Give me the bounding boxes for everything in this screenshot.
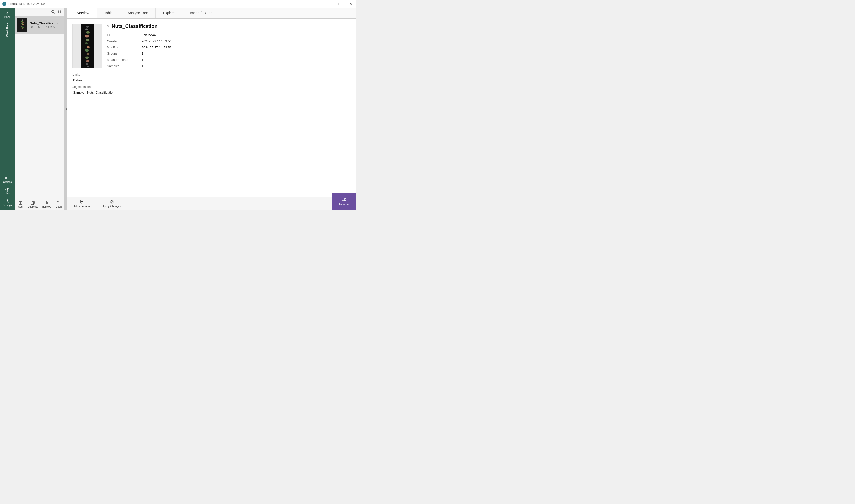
item-name: Nuts_Classification xyxy=(30,21,61,25)
app-title: Prediktera Breeze 2024.1.9 xyxy=(8,2,44,6)
titlebar: P Prediktera Breeze 2024.1.9 ─ □ ✕ xyxy=(0,0,356,8)
created-label: Created xyxy=(107,39,142,43)
bottom-divider xyxy=(96,200,97,208)
tab-overview[interactable]: Overview xyxy=(67,8,97,18)
id-value: 8bb9ce44 xyxy=(142,33,351,37)
minimize-button[interactable]: ─ xyxy=(322,0,334,8)
recorder-label: Recorder xyxy=(338,203,350,206)
tab-explore[interactable]: Explore xyxy=(156,8,182,18)
open-label: Open xyxy=(56,205,61,208)
svg-point-30 xyxy=(86,60,89,62)
close-button[interactable]: ✕ xyxy=(345,0,356,8)
segmentations-section: Segmentations Sample - Nuts_Classificati… xyxy=(67,85,356,97)
limits-title: Limits xyxy=(72,73,351,76)
duplicate-button[interactable]: Duplicate xyxy=(26,200,40,209)
main-bottom-bar: Add comment Apply Changes xyxy=(67,197,356,210)
main-content: Overview Table Analyse Tree Explore Impo… xyxy=(67,8,356,210)
workflow-label: Workflow xyxy=(6,23,9,37)
svg-rect-17 xyxy=(31,202,34,204)
info-panel: ✎ Nuts_Classification ID 8bb9ce44 Create… xyxy=(107,23,351,68)
settings-label: Settings xyxy=(3,204,12,206)
tab-import-export[interactable]: Import / Export xyxy=(182,8,220,18)
duplicate-label: Duplicate xyxy=(28,205,38,208)
tab-analyse-tree[interactable]: Analyse Tree xyxy=(120,8,156,18)
search-button[interactable] xyxy=(51,10,56,14)
svg-point-21 xyxy=(85,29,88,31)
svg-point-9 xyxy=(22,22,24,23)
created-value: 2024-05-27 14:53:56 xyxy=(142,39,351,43)
svg-rect-34 xyxy=(342,198,345,201)
limits-default: Default xyxy=(72,78,351,83)
back-label: Back xyxy=(4,15,11,18)
samples-label: Samples xyxy=(107,64,142,68)
samples-value: 1 xyxy=(142,64,351,68)
add-button[interactable]: Add xyxy=(15,200,26,209)
help-button[interactable]: Help xyxy=(0,186,15,196)
svg-point-32 xyxy=(87,66,89,67)
svg-point-20 xyxy=(86,26,89,28)
svg-point-7 xyxy=(22,20,23,21)
svg-point-24 xyxy=(86,39,89,41)
sidebar-bottom-icons: Options Help Settings xyxy=(0,174,15,210)
dataset-list: Nuts_Classification 2024-05-27 14:53:56 xyxy=(15,16,64,199)
add-comment-button[interactable]: Add comment xyxy=(70,198,94,209)
app-icon: P xyxy=(2,2,6,6)
window-controls: ─ □ ✕ xyxy=(322,0,356,8)
svg-point-15 xyxy=(21,30,23,31)
item-date: 2024-05-27 14:53:56 xyxy=(30,25,61,29)
svg-point-12 xyxy=(21,26,22,27)
maximize-button[interactable]: □ xyxy=(334,0,345,8)
left-panel-toolbar xyxy=(15,8,64,16)
options-label: Options xyxy=(3,181,12,183)
svg-point-27 xyxy=(85,49,89,52)
svg-point-11 xyxy=(21,24,23,25)
help-label: Help xyxy=(5,192,10,195)
svg-point-3 xyxy=(7,201,8,202)
groups-value: 1 xyxy=(142,52,351,55)
item-info: Nuts_Classification 2024-05-27 14:53:56 xyxy=(30,21,61,29)
add-label: Add xyxy=(18,205,22,208)
svg-point-10 xyxy=(21,23,23,24)
segmentation-item: Sample - Nuts_Classification xyxy=(72,90,351,95)
svg-point-26 xyxy=(87,46,90,48)
apply-changes-button[interactable]: Apply Changes xyxy=(99,198,125,209)
limits-section: Limits Default xyxy=(67,73,356,85)
overview-panel: ✎ Nuts_Classification ID 8bb9ce44 Create… xyxy=(67,19,356,197)
id-label: ID xyxy=(107,33,142,37)
app-body: Back Workflow Options Help Settings xyxy=(0,8,356,210)
info-title-area: ✎ Nuts_Classification xyxy=(107,23,351,29)
segmentations-title: Segmentations xyxy=(72,85,351,89)
svg-point-29 xyxy=(85,57,89,59)
svg-point-13 xyxy=(22,27,24,28)
svg-point-8 xyxy=(21,21,22,22)
modified-value: 2024-05-27 14:53:56 xyxy=(142,46,351,49)
back-button[interactable]: Back xyxy=(0,10,15,20)
remove-button[interactable]: Remove xyxy=(40,200,53,209)
workflow-sidebar: Back Workflow Options Help Settings xyxy=(0,8,15,210)
tab-table[interactable]: Table xyxy=(97,8,120,18)
measurements-label: Measurements xyxy=(107,58,142,61)
svg-point-14 xyxy=(21,28,23,29)
groups-label: Groups xyxy=(107,52,142,55)
svg-point-23 xyxy=(85,35,89,38)
svg-point-28 xyxy=(87,53,89,55)
open-button[interactable]: Open xyxy=(53,200,64,209)
add-comment-label: Add comment xyxy=(74,204,91,208)
dataset-image xyxy=(72,23,102,68)
list-item[interactable]: Nuts_Classification 2024-05-27 14:53:56 xyxy=(15,16,64,34)
modified-label: Modified xyxy=(107,46,142,49)
svg-point-2 xyxy=(7,191,8,191)
left-panel: Nuts_Classification 2024-05-27 14:53:56 … xyxy=(15,8,64,210)
edit-icon[interactable]: ✎ xyxy=(107,24,110,28)
collapse-handle[interactable] xyxy=(64,8,67,210)
apply-changes-label: Apply Changes xyxy=(103,204,121,208)
recorder-button[interactable]: Recorder xyxy=(332,193,356,210)
svg-point-31 xyxy=(86,64,88,65)
svg-point-22 xyxy=(86,31,90,34)
sort-button[interactable] xyxy=(57,10,62,14)
dataset-title: Nuts_Classification xyxy=(112,23,158,29)
left-panel-bottom-toolbar: Add Duplicate Remove Open xyxy=(15,199,64,210)
options-button[interactable]: Options xyxy=(0,174,15,185)
tab-bar: Overview Table Analyse Tree Explore Impo… xyxy=(67,8,356,19)
settings-button[interactable]: Settings xyxy=(0,197,15,208)
